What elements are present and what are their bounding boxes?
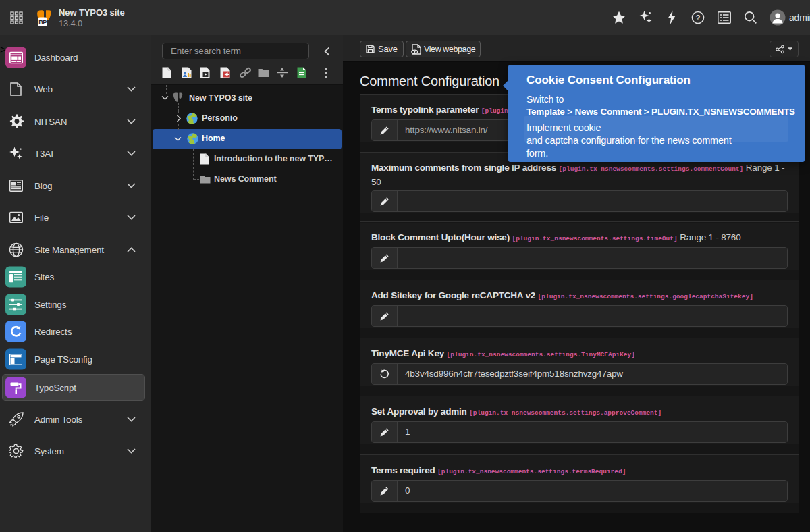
svg-text:BP: BP <box>38 19 47 26</box>
svg-text:?: ? <box>696 14 701 22</box>
